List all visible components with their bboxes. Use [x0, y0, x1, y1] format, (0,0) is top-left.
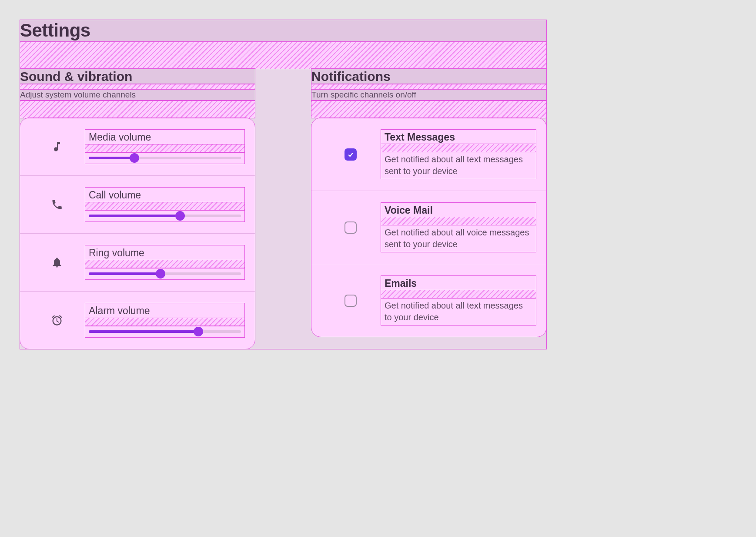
alarm-icon: [29, 314, 85, 326]
bell-icon: [29, 256, 85, 268]
checkbox-slot: [320, 148, 381, 161]
call-volume-slider[interactable]: [85, 210, 244, 222]
section-title: Sound & vibration: [20, 69, 255, 84]
notification-body: Text Messages Get notified about all tex…: [381, 130, 536, 179]
row-spacer: [85, 202, 244, 210]
section-spacer: [311, 84, 546, 89]
list-item: Media volume: [20, 118, 255, 176]
notification-title: Emails: [381, 276, 536, 290]
page-header: Settings: [20, 20, 546, 42]
section-spacer: [20, 101, 255, 118]
section-subtitle-row: Adjust system volume channels: [20, 89, 255, 101]
alarm-volume-slider[interactable]: [85, 326, 244, 337]
notification-desc: Get notified about all text messages sen…: [381, 152, 536, 179]
notification-body: Voice Mail Get notified about all voice …: [381, 203, 536, 252]
section-subtitle: Turn specific channels on/off: [311, 89, 546, 101]
settings-page: Settings Sound & vibration Adjust system…: [20, 20, 546, 349]
section-title: Notifications: [311, 69, 546, 84]
slider-body: Ring volume: [85, 245, 244, 279]
section-spacer: [20, 84, 255, 89]
notification-title: Voice Mail: [381, 203, 536, 217]
list-item: Emails Get notified about all text messa…: [311, 264, 546, 337]
slider-label: Ring volume: [85, 245, 244, 260]
row-spacer: [85, 260, 244, 268]
slider-body: Call volume: [85, 188, 244, 222]
sound-card: Media volume: [20, 118, 255, 349]
slider-label: Media volume: [85, 130, 244, 144]
row-spacer: [381, 144, 536, 152]
notifications-card: Text Messages Get notified about all tex…: [311, 118, 546, 337]
music-note-icon: [29, 141, 85, 153]
list-item: Call volume: [20, 176, 255, 234]
voice-mail-checkbox[interactable]: [345, 222, 357, 234]
section-subtitle-row: Turn specific channels on/off: [311, 89, 546, 101]
list-item: Ring volume: [20, 234, 255, 292]
notification-desc: Get notified about all voice messages se…: [381, 225, 536, 252]
list-item: Alarm volume: [20, 292, 255, 349]
row-spacer: [85, 318, 244, 326]
checkbox-slot: [320, 222, 381, 234]
row-spacer: [85, 144, 244, 152]
notification-title: Text Messages: [381, 130, 536, 144]
section-header: Sound & vibration: [20, 69, 255, 84]
media-volume-slider[interactable]: [85, 152, 244, 164]
checkbox-slot: [320, 295, 381, 307]
notification-body: Emails Get notified about all text messa…: [381, 276, 536, 325]
slider-body: Media volume: [85, 130, 244, 164]
row-spacer: [381, 290, 536, 298]
section-header: Notifications: [311, 69, 546, 84]
notifications-section: Notifications Turn specific channels on/…: [311, 69, 546, 349]
section-spacer: [311, 101, 546, 118]
section-subtitle: Adjust system volume channels: [20, 89, 255, 101]
slider-body: Alarm volume: [85, 303, 244, 337]
phone-icon: [29, 198, 85, 211]
slider-label: Alarm volume: [85, 303, 244, 318]
sound-section: Sound & vibration Adjust system volume c…: [20, 69, 255, 349]
list-item: Text Messages Get notified about all tex…: [311, 118, 546, 191]
list-item: Voice Mail Get notified about all voice …: [311, 191, 546, 264]
ring-volume-slider[interactable]: [85, 268, 244, 279]
slider-label: Call volume: [85, 188, 244, 202]
columns: Sound & vibration Adjust system volume c…: [20, 69, 546, 349]
header-spacer: [20, 42, 546, 69]
notification-desc: Get notified about all text messages to …: [381, 298, 536, 325]
page-title: Settings: [20, 20, 546, 42]
text-messages-checkbox[interactable]: [345, 148, 357, 161]
emails-checkbox[interactable]: [345, 295, 357, 307]
row-spacer: [381, 217, 536, 225]
